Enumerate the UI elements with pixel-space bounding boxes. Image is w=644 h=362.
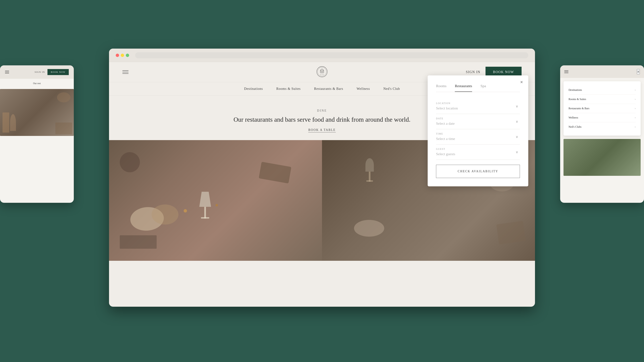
book-table-link[interactable]: BOOK A TABLE: [308, 128, 336, 132]
right-menu-restaurants[interactable]: Restaurants & Bars ›: [568, 104, 636, 113]
check-availability-button[interactable]: CHECK AVAILABILITY: [436, 165, 520, 178]
main-browser-window: THE NED SIGN IN BOOK NOW Destinations Ro…: [109, 49, 535, 307]
logo-emblem: THE NED: [316, 66, 328, 78]
browser-dots: [116, 54, 129, 57]
left-hamburger-icon[interactable]: [5, 71, 9, 73]
guest-value: Select guests: [436, 152, 520, 156]
hamburger-line-3: [122, 73, 128, 74]
right-close-btn[interactable]: ×: [637, 69, 640, 74]
right-menu-destinations-arrow: ›: [635, 88, 636, 91]
tab-restaurants[interactable]: Restaurants: [455, 84, 472, 92]
nav-wellness[interactable]: Wellness: [356, 87, 370, 91]
dine-headline: Our restaurants and bars serve food and …: [221, 116, 422, 123]
right-menu-neds-clubs-label: Ned's Clubs: [568, 125, 582, 128]
left-background-screen: SIGN IN BOOK NOW Our rest: [0, 65, 74, 203]
left-food-image: [0, 89, 74, 136]
right-menu-restaurants-label: Restaurants & Bars: [568, 107, 589, 110]
right-menu-neds-clubs-arrow: ›: [635, 125, 636, 128]
hamburger-menu-icon[interactable]: [122, 70, 128, 74]
date-arrow-icon: ∨: [516, 119, 518, 123]
left-book-now-btn[interactable]: BOOK NOW: [48, 69, 69, 75]
nav-restaurants-bars[interactable]: Restaurants & Bars: [314, 87, 343, 91]
right-menu-wellness-label: Wellness: [568, 116, 578, 119]
time-arrow-icon: ∨: [516, 135, 518, 139]
guest-arrow-icon: ∨: [516, 150, 518, 154]
nav-rooms-suites[interactable]: Rooms & Suites: [276, 87, 301, 91]
browser-dot-green: [126, 54, 129, 57]
left-sign-in-btn[interactable]: SIGN IN: [35, 71, 45, 73]
right-menu-panel: Destinations › Rooms & Suites › Restaura…: [564, 81, 641, 136]
hamburger-line-2: [122, 72, 128, 72]
location-value: Select location: [436, 106, 520, 110]
browser-dot-yellow: [121, 54, 124, 57]
svg-text:THE NED: THE NED: [320, 74, 324, 75]
right-menu-restaurants-arrow: ›: [635, 107, 636, 110]
browser-chrome: [109, 49, 535, 62]
time-value: Select a time: [436, 137, 520, 141]
booking-panel: × Rooms Restaurants Spa LOCATION Select …: [428, 75, 528, 186]
date-value: Select a date: [436, 121, 520, 126]
header-logo: THE NED: [316, 66, 328, 78]
food-image-left: [109, 140, 322, 261]
location-label: LOCATION: [436, 102, 520, 105]
date-label: DATE: [436, 117, 520, 120]
hamburger-line-1: [122, 70, 128, 71]
right-menu-rooms[interactable]: Rooms & Suites ›: [568, 95, 636, 104]
browser-dot-red: [116, 54, 119, 57]
right-hamburger-icon[interactable]: [564, 70, 568, 73]
svg-point-0: [317, 66, 327, 77]
location-arrow-icon: ∨: [516, 104, 518, 108]
right-menu-wellness-arrow: ›: [635, 116, 636, 119]
left-body-text: Our rest: [4, 82, 70, 85]
nav-destinations[interactable]: Destinations: [244, 87, 263, 91]
guest-label: GUEST: [436, 148, 520, 150]
time-field[interactable]: TIME Select a time ∨: [436, 129, 520, 144]
tab-spa[interactable]: Spa: [480, 84, 486, 92]
right-menu-rooms-label: Rooms & Suites: [568, 98, 586, 101]
date-field[interactable]: DATE Select a date ∨: [436, 114, 520, 129]
booking-panel-tabs: Rooms Restaurants Spa: [436, 84, 520, 92]
location-field[interactable]: LOCATION Select location ∨: [436, 99, 520, 114]
nav-neds-club[interactable]: Ned's Club: [384, 87, 400, 91]
right-menu-neds-clubs[interactable]: Ned's Clubs ›: [568, 122, 636, 131]
right-menu-rooms-arrow: ›: [635, 98, 636, 101]
guest-field[interactable]: GUEST Select guests ∨: [436, 144, 520, 160]
booking-panel-close[interactable]: ×: [518, 79, 525, 85]
header-left: [122, 70, 128, 74]
tab-rooms[interactable]: Rooms: [436, 84, 446, 92]
right-menu-destinations[interactable]: Destinations ›: [568, 85, 636, 95]
svg-rect-2: [320, 70, 324, 73]
right-menu-wellness[interactable]: Wellness ›: [568, 113, 636, 122]
right-background-screen: × Destinations › Rooms & Suites › Restau…: [560, 65, 644, 203]
right-food-image: [564, 139, 641, 176]
svg-rect-5: [322, 71, 322, 73]
right-menu-destinations-label: Destinations: [568, 88, 582, 91]
svg-rect-4: [323, 71, 323, 72]
time-label: TIME: [436, 133, 520, 135]
sign-in-button[interactable]: SIGN IN: [466, 70, 480, 74]
svg-rect-3: [321, 71, 321, 72]
